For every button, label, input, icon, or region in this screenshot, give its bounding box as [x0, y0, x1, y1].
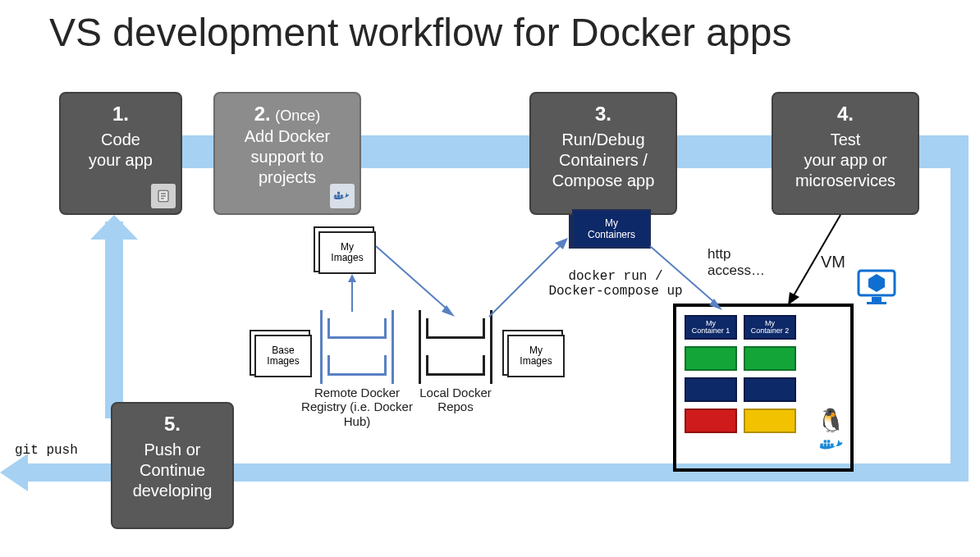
svg-marker-21	[348, 274, 356, 282]
arrow-step4-to-vm	[788, 215, 854, 305]
svg-line-28	[650, 246, 716, 304]
svg-line-24	[489, 244, 561, 317]
svg-rect-14	[820, 444, 822, 446]
linux-icon: 🐧	[817, 407, 845, 434]
remote-registry-icon	[320, 310, 394, 384]
step-4-num: 4.	[780, 102, 911, 126]
svg-rect-11	[872, 297, 882, 302]
arrow-remote-to-myimages	[346, 274, 358, 312]
svg-rect-12	[867, 302, 886, 304]
step-2-num: 2.	[254, 103, 271, 125]
step-2-header: 2. (Once)	[254, 106, 321, 124]
svg-marker-13	[868, 274, 885, 292]
my-containers-label: My Containers	[588, 217, 635, 240]
flow-band-right	[950, 135, 969, 480]
svg-rect-9	[337, 192, 340, 194]
arrow-local-to-containers	[489, 238, 571, 317]
base-images-label: Base Images	[267, 345, 299, 367]
flow-band-left	[105, 221, 123, 418]
svg-marker-0	[90, 215, 138, 240]
flow-band-gitpush	[25, 463, 117, 482]
flow-band-bottom	[205, 463, 969, 482]
vm-monitor-icon	[857, 269, 896, 305]
step-4: 4. Test your app or microservices	[772, 92, 919, 215]
svg-rect-6	[334, 195, 337, 198]
my-images-stack-right: My Images	[507, 335, 565, 377]
vm-container-yellow	[744, 409, 796, 433]
svg-line-22	[376, 246, 448, 310]
arrow-myimages-to-local	[376, 246, 458, 320]
my-images-label-1: My Images	[331, 242, 363, 263]
remote-registry-label: Remote Docker Registry (i.e. Docker Hub)	[291, 386, 423, 428]
arrow-containers-to-vm	[650, 246, 724, 312]
svg-rect-7	[337, 195, 340, 198]
step-5-text: Push or Continue developing	[119, 440, 226, 501]
vm-container-1: My Container 1	[685, 315, 737, 340]
step-1-text: Code your app	[67, 130, 174, 171]
vm-container-green-2	[744, 346, 796, 371]
local-repos-icon	[419, 310, 492, 384]
step-1: 1. Code your app	[59, 92, 182, 215]
git-push-label: git push	[15, 443, 78, 458]
vm-container-red	[685, 409, 737, 433]
svg-line-26	[793, 215, 840, 297]
svg-marker-1	[0, 454, 28, 491]
vm-container-navy-4	[744, 377, 796, 402]
my-images-stack-top: My Images	[318, 231, 376, 274]
my-containers-stack: My Containers	[572, 209, 651, 249]
step-1-num: 1.	[67, 102, 174, 126]
arrow-gitpush	[0, 454, 28, 491]
svg-marker-25	[555, 238, 568, 249]
step-3-num: 3.	[538, 102, 669, 126]
local-repos-label: Local Docker Repos	[419, 386, 492, 414]
step-4-text: Test your app or microservices	[780, 130, 911, 191]
svg-rect-15	[824, 444, 827, 446]
svg-rect-18	[824, 440, 827, 442]
step-3-text: Run/Debug Containers / Compose app	[538, 130, 669, 191]
step-2-sub: (Once)	[275, 107, 320, 124]
step-5: 5. Push or Continue developing	[111, 402, 234, 529]
step-2-text: Add Docker support to projects	[222, 126, 353, 188]
vm-container-green-1	[685, 346, 737, 371]
svg-rect-19	[827, 440, 830, 442]
arrow-loop-up	[90, 215, 138, 240]
vm-box: My Container 1 My Container 2 🐧	[673, 304, 854, 472]
docker-icon	[330, 184, 355, 208]
my-images-label-2: My Images	[520, 345, 552, 367]
step-2: 2. (Once) Add Docker support to projects	[213, 92, 361, 215]
svg-rect-8	[341, 195, 343, 198]
base-images-stack: Base Images	[254, 335, 312, 377]
svg-rect-16	[827, 444, 830, 446]
svg-rect-17	[831, 444, 833, 446]
docker-whale-icon	[817, 436, 845, 462]
page-title: VS development workflow for Docker apps	[49, 10, 791, 55]
vm-container-2: My Container 2	[744, 315, 796, 340]
vm-container-navy-3	[685, 377, 737, 402]
document-icon	[151, 184, 176, 208]
step-5-num: 5.	[119, 412, 226, 436]
step-3: 3. Run/Debug Containers / Compose app	[529, 92, 677, 215]
